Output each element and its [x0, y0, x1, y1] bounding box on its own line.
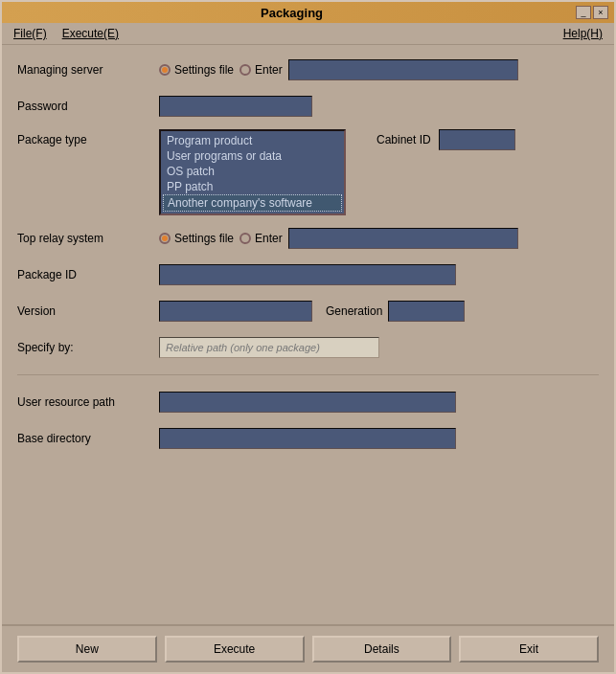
password-controls	[159, 96, 599, 117]
package-id-input[interactable]	[159, 264, 456, 285]
package-type-listbox[interactable]: Program product User programs or data OS…	[159, 129, 346, 215]
form-content: Managing server Settings file Enter Pass…	[2, 45, 614, 624]
specify-by-label: Specify by:	[17, 341, 151, 354]
password-row: Password	[17, 93, 599, 120]
package-id-controls	[159, 264, 599, 285]
version-controls: Generation	[159, 301, 599, 322]
managing-server-input[interactable]	[288, 59, 518, 80]
user-resource-path-controls	[159, 392, 599, 413]
menu-execute[interactable]: Execute(E)	[55, 25, 126, 42]
base-directory-row: Base directory	[17, 425, 599, 452]
user-resource-path-row: User resource path	[17, 389, 599, 416]
list-item-os-patch[interactable]: OS patch	[163, 164, 342, 179]
managing-server-row: Managing server Settings file Enter	[17, 56, 599, 83]
package-id-row: Package ID	[17, 261, 599, 288]
menu-file[interactable]: File(F)	[6, 25, 55, 42]
radio-settings-file-text: Settings file	[174, 63, 234, 77]
version-label: Version	[17, 304, 151, 318]
radio-settings-file[interactable]	[159, 64, 171, 76]
relay-radio-enter-label[interactable]: Enter	[240, 232, 283, 245]
top-relay-system-controls: Settings file Enter	[159, 228, 599, 249]
details-button[interactable]: Details	[312, 636, 452, 663]
relay-radio-enter-text: Enter	[255, 232, 283, 245]
base-directory-controls	[159, 428, 599, 449]
menu-help[interactable]: Help(H)	[556, 25, 610, 42]
relay-radio-enter[interactable]	[240, 233, 251, 244]
menu-bar: File(F) Execute(E) Help(H)	[2, 23, 614, 45]
new-button[interactable]: New	[17, 636, 157, 663]
top-relay-system-label: Top relay system	[17, 232, 151, 245]
cabinet-id-area: Cabinet ID	[376, 129, 515, 150]
radio-enter-label[interactable]: Enter	[240, 63, 283, 77]
list-item-user-programs[interactable]: User programs or data	[163, 148, 342, 164]
radio-enter-text: Enter	[255, 63, 283, 77]
close-button[interactable]: ×	[593, 6, 608, 19]
cabinet-id-input[interactable]	[439, 129, 515, 150]
separator	[17, 374, 599, 375]
version-input[interactable]	[159, 301, 312, 322]
radio-enter[interactable]	[240, 64, 251, 76]
top-relay-system-row: Top relay system Settings file Enter	[17, 225, 599, 252]
specify-by-row: Specify by:	[17, 334, 599, 361]
cabinet-id-label: Cabinet ID	[376, 133, 431, 146]
generation-label: Generation	[326, 304, 382, 318]
minimize-button[interactable]: _	[576, 6, 591, 19]
radio-settings-file-label[interactable]: Settings file	[159, 63, 234, 77]
package-type-label: Package type	[17, 129, 151, 146]
list-item-another-company[interactable]: Another company's software	[163, 194, 342, 212]
package-type-row: Package type Program product User progra…	[17, 129, 599, 215]
exit-button[interactable]: Exit	[459, 636, 599, 663]
package-id-label: Package ID	[17, 268, 151, 281]
managing-server-label: Managing server	[17, 63, 151, 77]
password-label: Password	[17, 100, 151, 113]
top-relay-system-input[interactable]	[288, 228, 518, 249]
package-type-controls: Program product User programs or data OS…	[159, 129, 515, 215]
list-item-program-product[interactable]: Program product	[163, 133, 342, 148]
specify-by-input[interactable]	[159, 337, 379, 358]
version-row: Version Generation	[17, 298, 599, 325]
password-input[interactable]	[159, 96, 312, 117]
user-resource-path-input[interactable]	[159, 392, 456, 413]
bottom-bar: New Execute Details Exit	[2, 624, 614, 672]
title-bar: Packaging _ ×	[2, 2, 614, 23]
relay-radio-settings-label[interactable]: Settings file	[159, 232, 234, 245]
user-resource-path-label: User resource path	[17, 395, 151, 409]
base-directory-label: Base directory	[17, 432, 151, 445]
window-title: Packaging	[8, 6, 576, 20]
base-directory-input[interactable]	[159, 428, 456, 449]
relay-radio-settings[interactable]	[159, 233, 171, 244]
title-bar-controls: _ ×	[576, 6, 608, 19]
execute-button[interactable]: Execute	[165, 636, 305, 663]
generation-input[interactable]	[388, 301, 465, 322]
main-window: Packaging _ × File(F) Execute(E) Help(H)…	[0, 0, 616, 674]
list-item-pp-patch[interactable]: PP patch	[163, 179, 342, 194]
relay-radio-settings-text: Settings file	[174, 232, 234, 245]
managing-server-controls: Settings file Enter	[159, 59, 599, 80]
